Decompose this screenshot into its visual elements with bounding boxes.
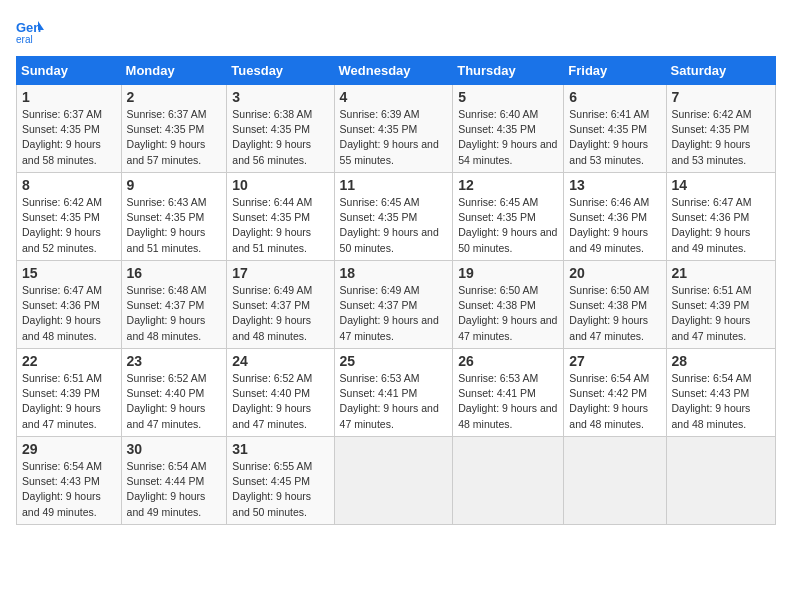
day-number: 18: [340, 265, 448, 281]
day-number: 5: [458, 89, 558, 105]
day-number: 31: [232, 441, 328, 457]
day-number: 12: [458, 177, 558, 193]
page-header: Gen eral: [16, 16, 776, 44]
day-number: 29: [22, 441, 116, 457]
day-cell: 5 Sunrise: 6:40 AM Sunset: 4:35 PM Dayli…: [453, 85, 564, 173]
weekday-header-monday: Monday: [121, 57, 227, 85]
day-info: Sunrise: 6:53 AM Sunset: 4:41 PM Dayligh…: [458, 371, 558, 432]
day-cell: 15 Sunrise: 6:47 AM Sunset: 4:36 PM Dayl…: [17, 261, 122, 349]
weekday-header-friday: Friday: [564, 57, 666, 85]
weekday-header-thursday: Thursday: [453, 57, 564, 85]
day-cell: 21 Sunrise: 6:51 AM Sunset: 4:39 PM Dayl…: [666, 261, 775, 349]
day-cell: 28 Sunrise: 6:54 AM Sunset: 4:43 PM Dayl…: [666, 349, 775, 437]
day-number: 25: [340, 353, 448, 369]
day-number: 21: [672, 265, 770, 281]
day-info: Sunrise: 6:45 AM Sunset: 4:35 PM Dayligh…: [458, 195, 558, 256]
day-info: Sunrise: 6:48 AM Sunset: 4:37 PM Dayligh…: [127, 283, 222, 344]
day-info: Sunrise: 6:50 AM Sunset: 4:38 PM Dayligh…: [569, 283, 660, 344]
day-cell: 30 Sunrise: 6:54 AM Sunset: 4:44 PM Dayl…: [121, 437, 227, 525]
weekday-header-sunday: Sunday: [17, 57, 122, 85]
day-info: Sunrise: 6:47 AM Sunset: 4:36 PM Dayligh…: [22, 283, 116, 344]
day-cell: 25 Sunrise: 6:53 AM Sunset: 4:41 PM Dayl…: [334, 349, 453, 437]
day-number: 6: [569, 89, 660, 105]
day-number: 3: [232, 89, 328, 105]
day-info: Sunrise: 6:49 AM Sunset: 4:37 PM Dayligh…: [340, 283, 448, 344]
day-cell: 8 Sunrise: 6:42 AM Sunset: 4:35 PM Dayli…: [17, 173, 122, 261]
day-number: 7: [672, 89, 770, 105]
day-info: Sunrise: 6:54 AM Sunset: 4:44 PM Dayligh…: [127, 459, 222, 520]
day-number: 26: [458, 353, 558, 369]
day-cell: 29 Sunrise: 6:54 AM Sunset: 4:43 PM Dayl…: [17, 437, 122, 525]
day-cell: 16 Sunrise: 6:48 AM Sunset: 4:37 PM Dayl…: [121, 261, 227, 349]
week-row-3: 15 Sunrise: 6:47 AM Sunset: 4:36 PM Dayl…: [17, 261, 776, 349]
day-info: Sunrise: 6:39 AM Sunset: 4:35 PM Dayligh…: [340, 107, 448, 168]
day-cell: 6 Sunrise: 6:41 AM Sunset: 4:35 PM Dayli…: [564, 85, 666, 173]
day-cell: 31 Sunrise: 6:55 AM Sunset: 4:45 PM Dayl…: [227, 437, 334, 525]
day-number: 4: [340, 89, 448, 105]
day-number: 17: [232, 265, 328, 281]
week-row-5: 29 Sunrise: 6:54 AM Sunset: 4:43 PM Dayl…: [17, 437, 776, 525]
day-number: 22: [22, 353, 116, 369]
day-info: Sunrise: 6:37 AM Sunset: 4:35 PM Dayligh…: [127, 107, 222, 168]
day-info: Sunrise: 6:52 AM Sunset: 4:40 PM Dayligh…: [127, 371, 222, 432]
day-info: Sunrise: 6:45 AM Sunset: 4:35 PM Dayligh…: [340, 195, 448, 256]
day-cell: 1 Sunrise: 6:37 AM Sunset: 4:35 PM Dayli…: [17, 85, 122, 173]
day-info: Sunrise: 6:54 AM Sunset: 4:42 PM Dayligh…: [569, 371, 660, 432]
weekday-header-tuesday: Tuesday: [227, 57, 334, 85]
day-info: Sunrise: 6:55 AM Sunset: 4:45 PM Dayligh…: [232, 459, 328, 520]
day-number: 23: [127, 353, 222, 369]
logo: Gen eral: [16, 16, 48, 44]
day-info: Sunrise: 6:50 AM Sunset: 4:38 PM Dayligh…: [458, 283, 558, 344]
day-cell: 26 Sunrise: 6:53 AM Sunset: 4:41 PM Dayl…: [453, 349, 564, 437]
day-info: Sunrise: 6:40 AM Sunset: 4:35 PM Dayligh…: [458, 107, 558, 168]
calendar-table: SundayMondayTuesdayWednesdayThursdayFrid…: [16, 56, 776, 525]
day-cell: 12 Sunrise: 6:45 AM Sunset: 4:35 PM Dayl…: [453, 173, 564, 261]
day-cell: [666, 437, 775, 525]
day-info: Sunrise: 6:42 AM Sunset: 4:35 PM Dayligh…: [672, 107, 770, 168]
day-cell: 10 Sunrise: 6:44 AM Sunset: 4:35 PM Dayl…: [227, 173, 334, 261]
day-cell: 14 Sunrise: 6:47 AM Sunset: 4:36 PM Dayl…: [666, 173, 775, 261]
day-info: Sunrise: 6:51 AM Sunset: 4:39 PM Dayligh…: [672, 283, 770, 344]
day-number: 11: [340, 177, 448, 193]
day-info: Sunrise: 6:46 AM Sunset: 4:36 PM Dayligh…: [569, 195, 660, 256]
day-cell: [334, 437, 453, 525]
day-cell: 19 Sunrise: 6:50 AM Sunset: 4:38 PM Dayl…: [453, 261, 564, 349]
day-number: 14: [672, 177, 770, 193]
day-info: Sunrise: 6:44 AM Sunset: 4:35 PM Dayligh…: [232, 195, 328, 256]
day-cell: 17 Sunrise: 6:49 AM Sunset: 4:37 PM Dayl…: [227, 261, 334, 349]
week-row-2: 8 Sunrise: 6:42 AM Sunset: 4:35 PM Dayli…: [17, 173, 776, 261]
weekday-header-wednesday: Wednesday: [334, 57, 453, 85]
day-info: Sunrise: 6:43 AM Sunset: 4:35 PM Dayligh…: [127, 195, 222, 256]
day-number: 8: [22, 177, 116, 193]
day-info: Sunrise: 6:41 AM Sunset: 4:35 PM Dayligh…: [569, 107, 660, 168]
day-info: Sunrise: 6:54 AM Sunset: 4:43 PM Dayligh…: [672, 371, 770, 432]
day-info: Sunrise: 6:49 AM Sunset: 4:37 PM Dayligh…: [232, 283, 328, 344]
weekday-header-saturday: Saturday: [666, 57, 775, 85]
day-cell: 13 Sunrise: 6:46 AM Sunset: 4:36 PM Dayl…: [564, 173, 666, 261]
day-cell: 20 Sunrise: 6:50 AM Sunset: 4:38 PM Dayl…: [564, 261, 666, 349]
day-info: Sunrise: 6:54 AM Sunset: 4:43 PM Dayligh…: [22, 459, 116, 520]
day-info: Sunrise: 6:52 AM Sunset: 4:40 PM Dayligh…: [232, 371, 328, 432]
day-number: 28: [672, 353, 770, 369]
day-number: 27: [569, 353, 660, 369]
day-number: 16: [127, 265, 222, 281]
day-cell: 9 Sunrise: 6:43 AM Sunset: 4:35 PM Dayli…: [121, 173, 227, 261]
day-info: Sunrise: 6:38 AM Sunset: 4:35 PM Dayligh…: [232, 107, 328, 168]
day-number: 24: [232, 353, 328, 369]
day-number: 13: [569, 177, 660, 193]
day-number: 9: [127, 177, 222, 193]
day-info: Sunrise: 6:47 AM Sunset: 4:36 PM Dayligh…: [672, 195, 770, 256]
day-cell: 18 Sunrise: 6:49 AM Sunset: 4:37 PM Dayl…: [334, 261, 453, 349]
day-cell: [453, 437, 564, 525]
day-number: 2: [127, 89, 222, 105]
svg-text:Gen: Gen: [16, 20, 41, 35]
day-cell: [564, 437, 666, 525]
day-info: Sunrise: 6:51 AM Sunset: 4:39 PM Dayligh…: [22, 371, 116, 432]
day-number: 1: [22, 89, 116, 105]
day-cell: 2 Sunrise: 6:37 AM Sunset: 4:35 PM Dayli…: [121, 85, 227, 173]
day-cell: 22 Sunrise: 6:51 AM Sunset: 4:39 PM Dayl…: [17, 349, 122, 437]
day-number: 20: [569, 265, 660, 281]
day-cell: 24 Sunrise: 6:52 AM Sunset: 4:40 PM Dayl…: [227, 349, 334, 437]
day-cell: 23 Sunrise: 6:52 AM Sunset: 4:40 PM Dayl…: [121, 349, 227, 437]
day-cell: 11 Sunrise: 6:45 AM Sunset: 4:35 PM Dayl…: [334, 173, 453, 261]
